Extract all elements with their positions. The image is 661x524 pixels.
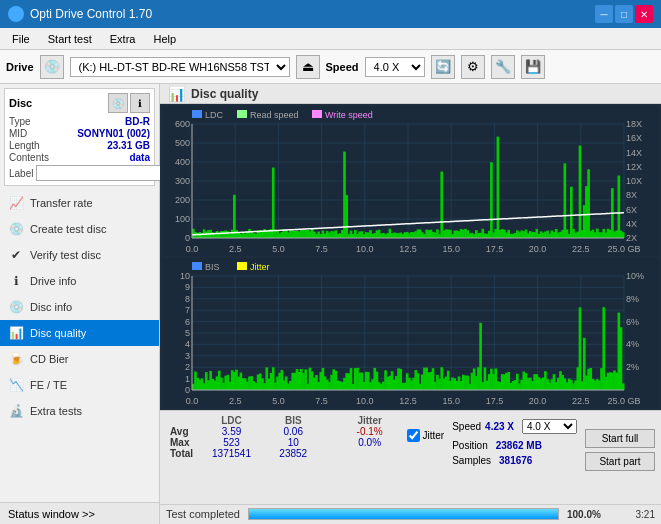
speed-info-value: 4.23 X — [485, 421, 514, 432]
jitter-section: Jitter — [407, 429, 444, 442]
jitter-checkbox[interactable] — [407, 429, 420, 442]
label-input[interactable] — [36, 165, 169, 181]
create-test-disc-label: Create test disc — [30, 223, 106, 235]
samples-value: 381676 — [499, 455, 532, 466]
top-chart-canvas — [162, 106, 659, 256]
panel-icon: 📊 — [168, 86, 185, 102]
title-bar: Opti Drive Control 1.70 ─ □ ✕ — [0, 0, 661, 28]
mid-label: MID — [9, 128, 27, 139]
total-label: Total — [166, 448, 200, 459]
app-icon — [8, 6, 24, 22]
disc-info-icon: ℹ — [130, 93, 150, 113]
stats-bar: LDC BIS Jitter Avg 3.59 0.06 -0.1% Max — [160, 410, 661, 503]
mid-value: SONYN01 (002) — [77, 128, 150, 139]
sidebar-item-transfer-rate[interactable]: 📈 Transfer rate — [0, 190, 159, 216]
sidebar-item-drive-info[interactable]: ℹ Drive info — [0, 268, 159, 294]
refresh-button[interactable]: 🔄 — [431, 55, 455, 79]
position-label: Position — [452, 440, 488, 451]
ldc-header: LDC — [200, 415, 263, 426]
stats-table: LDC BIS Jitter Avg 3.59 0.06 -0.1% Max — [166, 415, 399, 459]
progress-area: Test completed 100.0% 3:21 — [160, 504, 661, 524]
type-value: BD-R — [125, 116, 150, 127]
sidebar-item-disc-quality[interactable]: 📊 Disc quality — [0, 320, 159, 346]
contents-value: data — [129, 152, 150, 163]
avg-ldc: 3.59 — [200, 426, 263, 437]
disc-quality-label: Disc quality — [30, 327, 86, 339]
panel-title: Disc quality — [191, 87, 258, 101]
jitter-header: Jitter — [340, 415, 400, 426]
start-buttons: Start full Start part — [585, 429, 655, 471]
status-text: Test completed — [166, 508, 240, 520]
progress-bar — [248, 508, 559, 520]
drive-info-label: Drive info — [30, 275, 76, 287]
speed-position-info: Speed 4.23 X 4.0 X Position 23862 MB Sam… — [452, 419, 577, 466]
avg-label: Avg — [166, 426, 200, 437]
speed-label: Speed — [326, 61, 359, 73]
fe-te-icon: 📉 — [8, 377, 24, 393]
contents-label: Contents — [9, 152, 49, 163]
charts-area — [160, 104, 661, 410]
total-bis: 23852 — [263, 448, 323, 459]
maximize-button[interactable]: □ — [615, 5, 633, 23]
start-full-button[interactable]: Start full — [585, 429, 655, 448]
minimize-button[interactable]: ─ — [595, 5, 613, 23]
bottom-chart — [162, 258, 659, 408]
speed-info-select[interactable]: 4.0 X — [522, 419, 577, 434]
sidebar-item-verify-test-disc[interactable]: ✔ Verify test disc — [0, 242, 159, 268]
sidebar-item-fe-te[interactable]: 📉 FE / TE — [0, 372, 159, 398]
start-part-button[interactable]: Start part — [585, 452, 655, 471]
progress-time: 3:21 — [615, 509, 655, 520]
top-chart — [162, 106, 659, 256]
max-jitter: 0.0% — [340, 437, 400, 448]
disc-info-label: Disc info — [30, 301, 72, 313]
cd-bier-icon: 🍺 — [8, 351, 24, 367]
progress-percent: 100.0% — [567, 509, 607, 520]
max-bis: 10 — [263, 437, 323, 448]
extra-tests-icon: 🔬 — [8, 403, 24, 419]
app-title: Opti Drive Control 1.70 — [30, 7, 152, 21]
verify-test-disc-label: Verify test disc — [30, 249, 101, 261]
cd-bier-label: CD Bier — [30, 353, 69, 365]
menu-file[interactable]: File — [4, 31, 38, 47]
jitter-checkbox-row: Jitter — [407, 429, 444, 442]
transfer-rate-icon: 📈 — [8, 195, 24, 211]
disc-info-box: Disc 💿 ℹ Type BD-R MID SONYN01 (002) Len… — [4, 88, 155, 186]
transfer-rate-label: Transfer rate — [30, 197, 93, 209]
menu-help[interactable]: Help — [145, 31, 184, 47]
speed-info-label: Speed — [452, 421, 481, 432]
menu-extra[interactable]: Extra — [102, 31, 144, 47]
sidebar-item-cd-bier[interactable]: 🍺 CD Bier — [0, 346, 159, 372]
speed-select[interactable]: 1.0 X 2.0 X 4.0 X 6.0 X 8.0 X — [365, 57, 425, 77]
label-label: Label — [9, 168, 33, 179]
options-button[interactable]: 🔧 — [491, 55, 515, 79]
nav-items: 📈 Transfer rate 💿 Create test disc ✔ Ver… — [0, 190, 159, 502]
sidebar-item-disc-info[interactable]: 💿 Disc info — [0, 294, 159, 320]
drive-label: Drive — [6, 61, 34, 73]
total-ldc: 1371541 — [200, 448, 263, 459]
close-button[interactable]: ✕ — [635, 5, 653, 23]
menu-bar: File Start test Extra Help — [0, 28, 661, 50]
menu-start-test[interactable]: Start test — [40, 31, 100, 47]
right-panel: 📊 Disc quality LDC BIS — [160, 84, 661, 524]
eject-button[interactable]: ⏏ — [296, 55, 320, 79]
max-ldc: 523 — [200, 437, 263, 448]
drive-browse-button[interactable]: 💿 — [40, 55, 64, 79]
settings-button[interactable]: ⚙ — [461, 55, 485, 79]
max-label: Max — [166, 437, 200, 448]
save-button[interactable]: 💾 — [521, 55, 545, 79]
status-window-button[interactable]: Status window >> — [0, 502, 159, 524]
fe-te-label: FE / TE — [30, 379, 67, 391]
drive-bar: Drive 💿 (K:) HL-DT-ST BD-RE WH16NS58 TST… — [0, 50, 661, 84]
window-controls: ─ □ ✕ — [595, 5, 653, 23]
progress-bar-fill — [249, 509, 558, 519]
sidebar-item-create-test-disc[interactable]: 💿 Create test disc — [0, 216, 159, 242]
panel-header: 📊 Disc quality — [160, 84, 661, 104]
avg-jitter: -0.1% — [340, 426, 400, 437]
avg-bis: 0.06 — [263, 426, 323, 437]
sidebar-item-extra-tests[interactable]: 🔬 Extra tests — [0, 398, 159, 424]
sidebar: Disc 💿 ℹ Type BD-R MID SONYN01 (002) Len… — [0, 84, 160, 524]
extra-tests-label: Extra tests — [30, 405, 82, 417]
bis-header: BIS — [263, 415, 323, 426]
drive-info-icon: ℹ — [8, 273, 24, 289]
drive-select[interactable]: (K:) HL-DT-ST BD-RE WH16NS58 TST4 — [70, 57, 290, 77]
